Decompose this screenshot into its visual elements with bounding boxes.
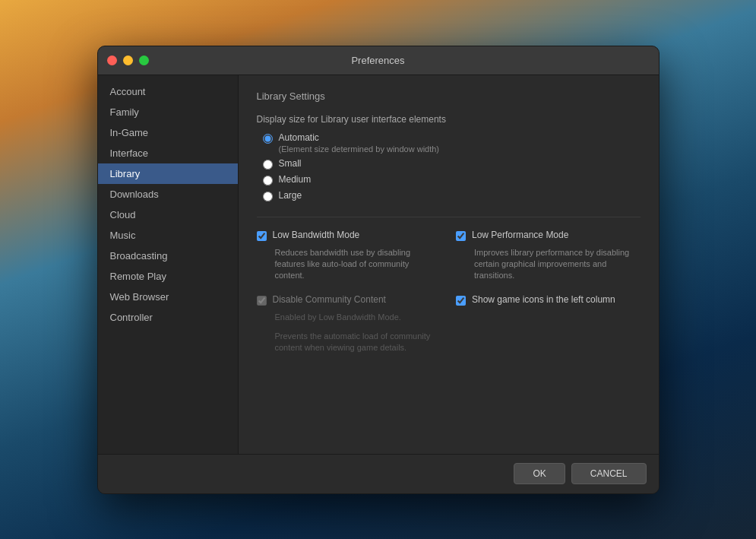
maximize-button[interactable] — [139, 55, 149, 65]
sidebar-item-library[interactable]: Library — [98, 163, 238, 184]
radio-automatic-sub: (Element size determined by window width… — [279, 144, 440, 154]
divider — [257, 217, 641, 217]
sidebar-item-account[interactable]: Account — [98, 81, 238, 102]
sidebar-item-family[interactable]: Family — [98, 102, 238, 122]
dialog-footer: OK CANCEL — [98, 454, 659, 493]
disable-community-desc: Prevents the automatic load of community… — [275, 331, 441, 354]
section-title: Library Settings — [257, 90, 641, 102]
radio-group: Automatic (Element size determined by wi… — [263, 132, 641, 201]
dialog-overlay: Preferences Account Family In-Game Inter… — [0, 0, 756, 539]
right-column: Low Performance Mode Improves library pe… — [456, 230, 641, 354]
display-size-group: Display size for Library user interface … — [257, 114, 641, 201]
sidebar-item-web-browser[interactable]: Web Browser — [98, 287, 238, 307]
disable-community-checkbox — [257, 296, 267, 306]
low-performance-label: Low Performance Mode — [472, 230, 568, 240]
radio-automatic[interactable]: Automatic (Element size determined by wi… — [263, 132, 641, 154]
radio-automatic-label: Automatic — [279, 132, 440, 143]
ok-button[interactable]: OK — [514, 463, 565, 484]
preferences-dialog: Preferences Account Family In-Game Inter… — [97, 46, 660, 494]
radio-automatic-input[interactable] — [263, 134, 273, 144]
radio-medium-label: Medium — [279, 174, 312, 185]
dialog-body: Account Family In-Game Interface Library… — [98, 75, 659, 454]
disable-community-checkbox-group: Disable Community Content Enabled by Low… — [257, 294, 441, 354]
low-bandwidth-checkbox-row[interactable]: Low Bandwidth Mode — [257, 230, 441, 241]
low-performance-checkbox[interactable] — [456, 231, 466, 241]
checkboxes-area: Low Bandwidth Mode Reduces bandwidth use… — [257, 230, 641, 354]
window-controls — [107, 55, 149, 65]
display-size-label: Display size for Library user interface … — [257, 114, 641, 125]
radio-medium[interactable]: Medium — [263, 174, 641, 185]
radio-medium-input[interactable] — [263, 176, 273, 185]
close-button[interactable] — [107, 55, 117, 65]
low-bandwidth-label: Low Bandwidth Mode — [273, 230, 360, 240]
low-performance-group: Low Performance Mode Improves library pe… — [456, 230, 641, 282]
minimize-button[interactable] — [123, 55, 133, 65]
radio-small-input[interactable] — [263, 160, 273, 170]
disable-community-group: Disable Community Content Enabled by Low… — [257, 294, 441, 354]
low-bandwidth-checkbox[interactable] — [257, 231, 267, 241]
sidebar-item-in-game[interactable]: In-Game — [98, 122, 238, 143]
radio-large-label: Large — [279, 190, 302, 201]
sidebar-item-controller[interactable]: Controller — [98, 307, 238, 328]
radio-small-label: Small — [279, 158, 302, 169]
disable-community-enabled-by: Enabled by Low Bandwidth Mode. — [275, 312, 441, 323]
dialog-title: Preferences — [351, 55, 404, 66]
cancel-button[interactable]: CANCEL — [571, 463, 647, 484]
disable-community-label: Disable Community Content — [273, 294, 386, 305]
sidebar: Account Family In-Game Interface Library… — [98, 75, 239, 454]
sidebar-item-broadcasting[interactable]: Broadcasting — [98, 246, 238, 266]
content-area: Library Settings Display size for Librar… — [239, 75, 659, 454]
sidebar-item-interface[interactable]: Interface — [98, 143, 238, 163]
sidebar-item-downloads[interactable]: Downloads — [98, 184, 238, 205]
show-icons-group: Show game icons in the left column — [456, 294, 641, 306]
low-bandwidth-desc: Reduces bandwidth use by disabling featu… — [275, 247, 441, 282]
sidebar-item-remote-play[interactable]: Remote Play — [98, 266, 238, 287]
low-performance-checkbox-row[interactable]: Low Performance Mode — [456, 230, 641, 241]
show-icons-label: Show game icons in the left column — [472, 294, 615, 305]
sidebar-item-music[interactable]: Music — [98, 225, 238, 246]
show-icons-checkbox-row[interactable]: Show game icons in the left column — [456, 294, 641, 306]
titlebar: Preferences — [98, 46, 659, 75]
radio-large[interactable]: Large — [263, 190, 641, 201]
radio-large-input[interactable] — [263, 192, 273, 201]
show-icons-checkbox[interactable] — [456, 296, 466, 306]
left-column: Low Bandwidth Mode Reduces bandwidth use… — [257, 230, 441, 354]
low-bandwidth-group: Low Bandwidth Mode Reduces bandwidth use… — [257, 230, 441, 282]
low-performance-desc: Improves library performance by disablin… — [474, 247, 641, 282]
sidebar-item-cloud[interactable]: Cloud — [98, 205, 238, 225]
radio-small[interactable]: Small — [263, 158, 641, 170]
disable-community-checkbox-row: Disable Community Content — [257, 294, 441, 306]
